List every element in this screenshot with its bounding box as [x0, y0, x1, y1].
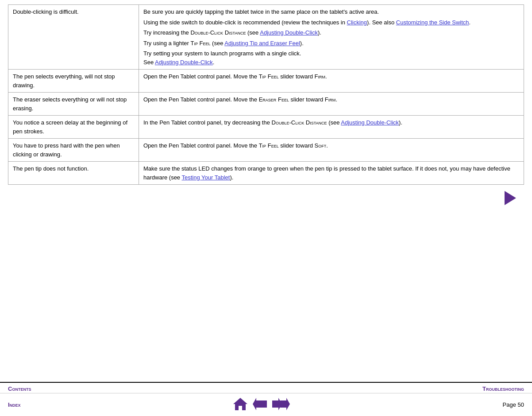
- next-page-arrow-icon[interactable]: [505, 191, 516, 205]
- solution-cell: Open the Pen Tablet control panel. Move …: [139, 93, 524, 116]
- page-number: Page 50: [503, 401, 524, 408]
- table-row: The pen selects everything, will not sto…: [8, 70, 524, 93]
- solution-para: Be sure you are quickly tapping the tabl…: [143, 8, 519, 16]
- problem-cell: You have to press hard with the pen when…: [8, 139, 139, 162]
- back-button[interactable]: [252, 396, 268, 413]
- problem-cell: Double-clicking is difficult.: [8, 5, 139, 70]
- table-row: You have to press hard with the pen when…: [8, 139, 524, 162]
- solution-para: Open the Pen Tablet control panel. Move …: [143, 72, 519, 81]
- solution-para: Using the side switch to double-click is…: [143, 18, 519, 27]
- troubleshooting-link[interactable]: Troubleshooting: [482, 385, 524, 392]
- footer: Contents Troubleshooting Index: [0, 382, 532, 416]
- contents-link[interactable]: Contents: [8, 385, 31, 392]
- solution-cell: Open the Pen Tablet control panel. Move …: [139, 70, 524, 93]
- table-row: Double-clicking is difficult.Be sure you…: [8, 5, 524, 70]
- svg-marker-3: [280, 398, 290, 410]
- solution-cell: In the Pen Tablet control panel, try dec…: [139, 116, 524, 139]
- svg-marker-1: [253, 398, 267, 410]
- solution-para: In the Pen Tablet control panel, try dec…: [143, 118, 519, 127]
- problem-cell: The eraser selects everything or will no…: [8, 93, 139, 116]
- forward-icon: [271, 396, 291, 412]
- back-icon: [252, 396, 268, 412]
- next-arrow-container[interactable]: [8, 185, 524, 206]
- index-link[interactable]: Index: [8, 401, 21, 408]
- problem-cell: You notice a screen delay at the beginni…: [8, 116, 139, 139]
- problem-cell: The pen tip does not function.: [8, 162, 139, 185]
- problem-cell: The pen selects everything, will not sto…: [8, 70, 139, 93]
- table-row: You notice a screen delay at the beginni…: [8, 116, 524, 139]
- solution-para: Open the Pen Tablet control panel. Move …: [143, 95, 519, 104]
- solution-para: Try increasing the Double-Click Distance…: [143, 28, 519, 37]
- solution-cell: Be sure you are quickly tapping the tabl…: [139, 5, 524, 70]
- table-row: The pen tip does not function.Make sure …: [8, 162, 524, 185]
- troubleshooting-table: Double-clicking is difficult.Be sure you…: [8, 4, 524, 185]
- solution-para: Try setting your system to launch progra…: [143, 49, 519, 66]
- solution-cell: Make sure the status LED changes from or…: [139, 162, 524, 185]
- main-content: Double-clicking is difficult.Be sure you…: [0, 0, 532, 382]
- forward-button[interactable]: [271, 396, 291, 413]
- table-row: The eraser selects everything or will no…: [8, 93, 524, 116]
- solution-para: Open the Pen Tablet control panel. Move …: [143, 141, 519, 150]
- nav-icons: [232, 396, 291, 413]
- solution-para: Try using a lighter Tip Feel (see Adjust…: [143, 39, 519, 48]
- footer-nav-row2: Index: [0, 393, 532, 416]
- solution-cell: Open the Pen Tablet control panel. Move …: [139, 139, 524, 162]
- home-icon: [232, 396, 248, 412]
- home-button[interactable]: [232, 396, 248, 413]
- solution-para: Make sure the status LED changes from or…: [143, 164, 519, 182]
- svg-marker-0: [233, 398, 247, 410]
- footer-nav-row1: Contents Troubleshooting: [0, 383, 532, 393]
